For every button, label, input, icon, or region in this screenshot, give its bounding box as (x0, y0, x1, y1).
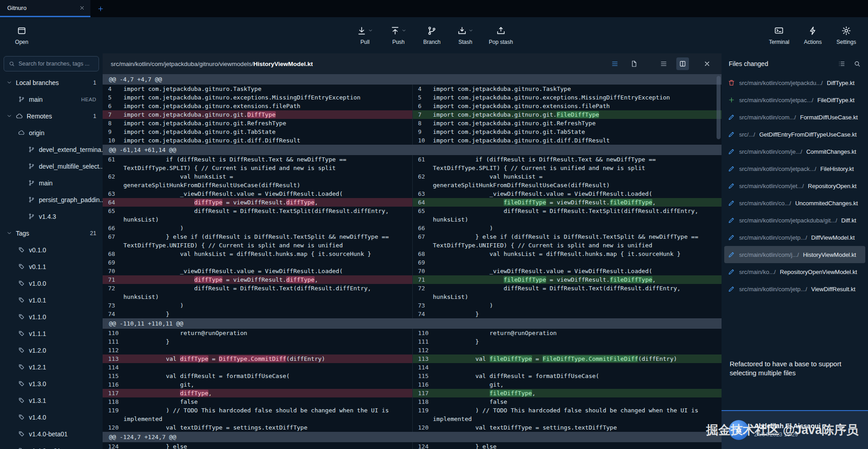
changed-file-item[interactable]: src/main/kotlin/com/jetpackduba/git.../D… (724, 212, 865, 229)
line-number-old: 115 (103, 372, 123, 380)
code-line-new: } (433, 310, 722, 318)
push-button[interactable]: Push (388, 26, 408, 45)
changed-file-item[interactable]: src/main/kotlin/com/je.../CommitChanges.… (724, 143, 865, 160)
diff-row: 70 _viewDiffResult.value = ViewDiffResul… (103, 267, 722, 275)
chevron-down-icon[interactable] (401, 28, 406, 33)
pull-button[interactable]: Pull (355, 26, 375, 45)
line-number-old: 65 (103, 207, 123, 224)
remote-origin[interactable]: origin (0, 124, 103, 141)
tag-item[interactable]: v1.2.1 (0, 359, 103, 375)
remote-branch-item[interactable]: persist_graph_paddin... (0, 191, 103, 208)
line-number-new: 6 (412, 102, 433, 110)
changed-file-item[interactable]: src/main/kotlin/co.../UncommitedChanges.… (724, 194, 865, 212)
changed-file-item[interactable]: src/main/kotlin/com/j.../HistoryViewMode… (724, 246, 865, 263)
file-path-dir: src/main/kotlin/com/jetpackduba/gitnuro/… (111, 61, 253, 67)
diff-row: 117 diffType,117 fileDiffType, (103, 389, 722, 397)
settings-button[interactable]: Settings (836, 26, 856, 45)
changed-file-item[interactable]: src/main/kotlin/com/jetp.../DiffViewMode… (724, 229, 865, 246)
changed-file-list: src/main/kotlin/com/jetpackdu.../DiffTyp… (722, 74, 868, 298)
open-button[interactable]: Open (12, 26, 32, 45)
line-number-old: 113 (103, 354, 123, 363)
close-tab-icon[interactable] (79, 5, 85, 11)
modified-file-icon (728, 131, 735, 138)
tag-item[interactable]: v1.0.0 (0, 275, 103, 292)
line-number-old: 61 (103, 155, 123, 172)
branch-item-main[interactable]: main HEAD (0, 91, 103, 108)
stash-button[interactable]: Stash (455, 26, 475, 45)
pop-stash-button[interactable]: Pop stash (489, 26, 513, 45)
tag-item[interactable]: v0.1.1 (0, 258, 103, 275)
changed-file-item[interactable]: src/main/kotlin/com.../FormatDiffUseCase… (724, 109, 865, 126)
code-line-old: diffType = viewDiffResult.diffType, (123, 275, 412, 284)
hunk-header: @@ -124,7 +124,7 @@ (103, 432, 722, 442)
section-tags[interactable]: Tags 21 (0, 225, 103, 241)
remote-branch-item[interactable]: devel_multifile_select... (0, 158, 103, 175)
added-file-icon (728, 96, 735, 104)
tag-item[interactable]: v1.0.1 (0, 292, 103, 308)
code-line-new: _viewDiffResult.value = ViewDiffResult.L… (433, 189, 722, 198)
scrollbar-thumb[interactable] (717, 76, 721, 139)
tag-item[interactable]: v1.1.0 (0, 308, 103, 325)
terminal-button[interactable]: Terminal (769, 26, 789, 45)
changed-file-item[interactable]: src/main/kotlin/com/jetpac.../FileDiffTy… (724, 91, 865, 109)
line-number-new: 62 (412, 172, 433, 189)
tag-item[interactable]: v1.1.1 (0, 325, 103, 342)
code-line-new: val hunksList = generateSplitHunkFromDif… (433, 172, 722, 189)
file-path-name: HistoryViewModel.kt (253, 61, 313, 67)
line-number-old: 63 (103, 189, 123, 198)
pop-stash-label: Pop stash (489, 39, 513, 45)
close-diff-icon[interactable] (701, 57, 713, 70)
section-remotes[interactable]: Remotes 1 (0, 108, 103, 124)
changed-file-item[interactable]: src/main/kotlin/com/jet.../RepositoryOpe… (724, 177, 865, 194)
remote-branch-item[interactable]: v1.4.3 (0, 208, 103, 225)
tab-gitnuro[interactable]: Gitnuro (0, 0, 90, 17)
chevron-down-icon[interactable] (368, 28, 373, 33)
branch-button[interactable]: Branch (422, 26, 442, 45)
tag-item[interactable]: v1.2.0 (0, 342, 103, 359)
actions-button[interactable]: Actions (803, 26, 823, 45)
tag-item[interactable]: v1.3.0 (0, 375, 103, 392)
split-view-icon[interactable] (676, 57, 689, 70)
tree-view-icon[interactable] (838, 60, 845, 67)
hunk-header: @@ -61,14 +61,14 @@ (103, 145, 722, 155)
code-line-new: import com.jetpackduba.gitnuro.git.diff.… (433, 136, 722, 145)
tab-bar: Gitnuro (0, 0, 868, 17)
diff-row: 4import com.jetpackduba.gitnuro.TaskType… (103, 85, 722, 93)
remote-branch-item[interactable]: main (0, 175, 103, 191)
tag-item[interactable]: v1.4.0 (0, 409, 103, 425)
tag-item[interactable]: v0.1.0 (0, 241, 103, 258)
unified-view-icon[interactable] (657, 57, 670, 70)
file-dir: src/main/kotlin/com.../ (739, 114, 796, 121)
section-label: Remotes (27, 113, 52, 120)
section-local-branches[interactable]: Local branches 1 (0, 74, 103, 91)
code-line-new: return@runOperation (433, 329, 722, 337)
chevron-down-icon[interactable] (468, 28, 473, 33)
diff-scrollbar[interactable] (716, 76, 721, 447)
changed-file-item[interactable]: src/main/kotlin/com/jetpack.../FileHisto… (724, 160, 865, 177)
line-number-old: 68 (103, 250, 123, 258)
changed-file-item[interactable]: src/main/ko.../RepositoryOpenViewModel.k… (724, 263, 865, 280)
code-line-old (123, 346, 412, 354)
changed-file-item[interactable]: src/.../GetDiffEntryFromDiffTypeUseCase.… (724, 126, 865, 143)
changed-file-item[interactable]: src/main/kotlin/com/jetpackdu.../DiffTyp… (724, 74, 865, 91)
search-icon[interactable] (854, 60, 861, 67)
modified-file-icon (728, 285, 735, 293)
code-line-new (433, 258, 722, 267)
tag-item[interactable]: v1.3.1 (0, 392, 103, 409)
changed-file-item[interactable]: src/main/kotlin/com/jetp.../ViewDiffResu… (724, 280, 865, 298)
file-dir: src/.../ (739, 131, 755, 138)
new-tab-button[interactable] (90, 0, 110, 17)
tag-item[interactable]: v1.4.0-beta01 (0, 425, 103, 442)
code-line-new: fileDiffType, (433, 389, 722, 397)
search-input[interactable]: Search for branches, tags ... (4, 56, 99, 71)
remote-branch-item[interactable]: devel_extend_termina... (0, 141, 103, 158)
tag-item[interactable]: v1.4.0-rc01 (0, 442, 103, 449)
file-view-icon[interactable] (627, 57, 640, 70)
line-number-old: 110 (103, 329, 123, 337)
code-line-old: import com.jetpackduba.gitnuro.extension… (123, 102, 412, 110)
diff-word-highlight: FileDiffType (557, 111, 599, 118)
tag-name: v0.1.0 (29, 246, 46, 254)
file-name: GetDiffEntryFromDiffTypeUseCase.kt (759, 131, 857, 138)
text-view-icon[interactable] (609, 57, 621, 70)
files-changed-title: Files changed (729, 60, 768, 67)
